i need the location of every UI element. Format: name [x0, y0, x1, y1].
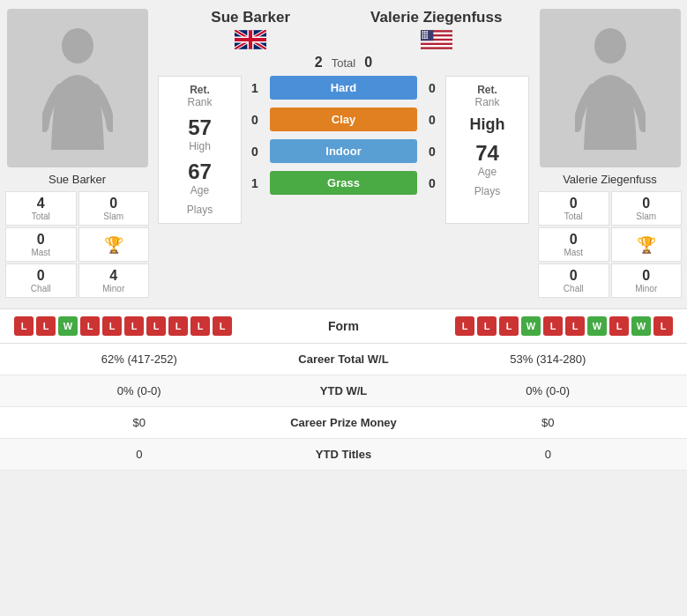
form-badge: L [80, 316, 100, 336]
form-badge: W [587, 316, 607, 336]
clay-button[interactable]: Clay [270, 108, 417, 131]
form-badge: L [36, 316, 56, 336]
uk-flag-icon [235, 30, 266, 49]
svg-point-17 [422, 38, 423, 40]
trophy-icon: 🏆 [104, 235, 123, 255]
surface-buttons-column: 1 Hard 0 0 Clay 0 0 Indoor 0 [245, 76, 442, 224]
right-minor-stat: 0 Minor [611, 263, 683, 298]
right-center-stats: Ret. Rank High 74 Age Plays [445, 76, 529, 224]
form-badge: L [609, 316, 629, 336]
comparison-row: $0 Career Prize Money $0 [0, 407, 687, 439]
indoor-button[interactable]: Indoor [270, 139, 417, 163]
form-badge: W [631, 316, 651, 336]
right-player-photo [540, 9, 681, 167]
player-comparison-header: Sue Barker 4 Total 0 Slam 0 Mast 🏆 [0, 0, 687, 298]
total-left: 2 [315, 55, 323, 71]
left-trophy-cell: 🏆 [78, 227, 150, 262]
form-badge: L [455, 316, 474, 336]
form-badge: W [58, 316, 78, 336]
form-badge: L [190, 316, 210, 336]
surface-stats-area: Ret. Rank 57 High 67 Age Plays [158, 76, 529, 224]
right-mast-stat: 0 Mast [538, 227, 609, 262]
form-badge: L [499, 316, 519, 336]
comparison-left-0: 62% (417-252) [14, 353, 265, 366]
svg-point-18 [424, 38, 426, 40]
svg-point-13 [426, 33, 428, 35]
form-badge: L [543, 316, 563, 336]
left-chall-stat: 0 Chall [5, 263, 77, 298]
form-badge: L [213, 316, 232, 336]
total-row: 2 Total 0 [158, 55, 529, 71]
form-badge: L [14, 316, 34, 336]
svg-point-19 [426, 38, 428, 40]
form-badge: L [653, 316, 673, 336]
left-form-badges: LLWLLLLLLL [14, 316, 291, 336]
svg-point-8 [422, 31, 423, 33]
comparison-row: 62% (417-252) Career Total W/L 53% (314-… [0, 344, 687, 375]
left-player-name-center: Sue Barker [158, 9, 344, 26]
comparison-right-3: 0 [423, 448, 674, 461]
left-player-photo [7, 9, 148, 167]
comparison-table: 62% (417-252) Career Total W/L 53% (314-… [0, 344, 687, 471]
left-total-stat: 4 Total [5, 191, 77, 226]
left-center-stats: Ret. Rank 57 High 67 Age Plays [158, 76, 242, 224]
svg-point-12 [424, 33, 426, 35]
form-badge: L [146, 316, 166, 336]
svg-point-10 [426, 31, 428, 33]
right-total-stat: 0 Total [538, 191, 609, 226]
form-label: Form [291, 319, 397, 333]
comparison-center-2: Career Prize Money [265, 416, 423, 429]
comparison-center-0: Career Total W/L [265, 353, 423, 366]
left-player-name: Sue Barker [49, 173, 106, 186]
clay-surface-row: 0 Clay 0 [245, 108, 442, 131]
svg-point-0 [62, 28, 93, 63]
hard-surface-row: 1 Hard 0 [245, 76, 442, 100]
svg-point-16 [426, 35, 428, 37]
comparison-right-1: 0% (0-0) [423, 384, 674, 397]
total-label: Total [332, 56, 355, 70]
right-slam-stat: 0 Slam [611, 191, 683, 226]
form-badge: L [477, 316, 497, 336]
comparison-row: 0 YTD Titles 0 [0, 439, 687, 471]
right-player-card: Valerie Ziegenfuss 0 Total 0 Slam 0 Mast… [533, 9, 687, 298]
comparison-right-0: 53% (314-280) [423, 353, 674, 366]
grass-surface-row: 1 Grass 0 [245, 171, 442, 195]
grass-button[interactable]: Grass [270, 171, 417, 195]
total-right: 0 [364, 55, 372, 71]
form-badge: L [124, 316, 144, 336]
svg-point-9 [424, 31, 426, 33]
indoor-surface-row: 0 Indoor 0 [245, 139, 442, 163]
svg-point-11 [422, 33, 423, 35]
trophy-icon-right: 🏆 [637, 235, 656, 255]
comparison-left-2: $0 [14, 416, 265, 429]
right-trophy-cell: 🏆 [611, 227, 683, 262]
left-mast-stat: 0 Mast [5, 227, 77, 262]
right-silhouette-icon [575, 26, 646, 150]
comparison-right-2: $0 [423, 416, 674, 429]
svg-rect-5 [421, 41, 452, 43]
form-badge: L [168, 316, 188, 336]
comparison-left-1: 0% (0-0) [14, 384, 265, 397]
comparison-center-3: YTD Titles [265, 448, 423, 461]
left-player-card: Sue Barker 4 Total 0 Slam 0 Mast 🏆 [0, 9, 154, 298]
hard-button[interactable]: Hard [270, 76, 417, 100]
form-badge: L [565, 316, 585, 336]
svg-rect-6 [421, 45, 452, 47]
right-player-name: Valerie Ziegenfuss [563, 173, 657, 186]
form-section: LLWLLLLLLL Form LLLWLLWLWL [0, 308, 687, 344]
form-badge: L [102, 316, 122, 336]
svg-point-14 [422, 35, 423, 37]
main-container: Sue Barker 4 Total 0 Slam 0 Mast 🏆 [0, 0, 687, 471]
right-chall-stat: 0 Chall [538, 263, 609, 298]
left-slam-stat: 0 Slam [78, 191, 150, 226]
comparison-center-1: YTD W/L [265, 384, 423, 397]
us-flag-icon [421, 30, 452, 49]
svg-point-20 [594, 28, 626, 63]
svg-point-15 [424, 35, 426, 37]
right-player-name-center: Valerie Ziegenfuss [344, 9, 530, 26]
comparison-left-3: 0 [14, 448, 265, 461]
right-form-badges: LLLWLLWLWL [397, 316, 674, 336]
left-minor-stat: 4 Minor [78, 263, 150, 298]
comparison-row: 0% (0-0) YTD W/L 0% (0-0) [0, 375, 687, 407]
left-silhouette-icon [42, 26, 113, 150]
